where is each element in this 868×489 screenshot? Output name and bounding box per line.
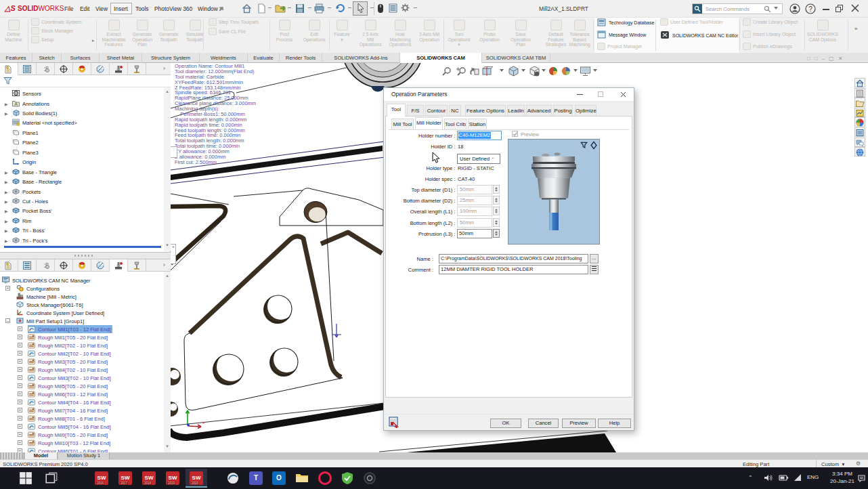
svg-text:A: A (14, 102, 18, 106)
svg-text:?: ? (808, 5, 812, 13)
